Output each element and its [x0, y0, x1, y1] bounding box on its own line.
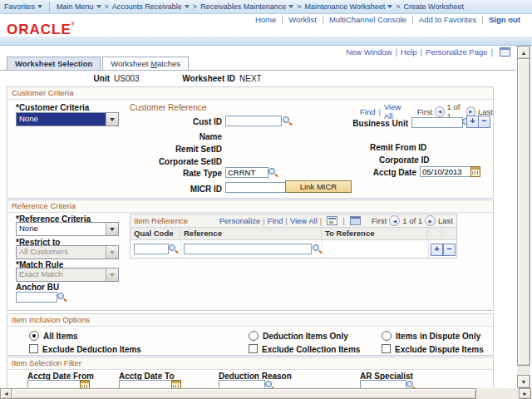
last-label[interactable]: Last — [438, 216, 453, 225]
reference-column: Reference — [180, 228, 322, 239]
grid-remove-row-button[interactable]: − — [443, 244, 456, 256]
anchor-bu-input[interactable] — [16, 292, 57, 303]
dropdown-arrow-icon — [106, 268, 118, 281]
favorites-menu[interactable]: Favorites — [4, 2, 42, 11]
find-link[interactable]: Find — [360, 107, 375, 116]
chevron-down-icon — [387, 5, 392, 8]
rate-type-input[interactable] — [225, 167, 268, 178]
checkbox-exclude-dispute-items[interactable]: Exclude Dispute Items — [382, 344, 484, 354]
grid-add-row-button[interactable]: + — [431, 244, 443, 256]
radio-icon — [249, 331, 259, 341]
divider — [282, 16, 283, 24]
cust-id-input[interactable] — [225, 116, 282, 126]
qual-code-column: Qual Code — [131, 228, 180, 239]
checkbox-icon — [249, 344, 258, 353]
multichannel-console-link[interactable]: MultiChannel Console — [329, 15, 406, 24]
breadcrumb-receivables-maintenance[interactable]: Receivables Maintenance — [200, 2, 293, 11]
checkbox-exclude-collection-items[interactable]: Exclude Collection Items — [249, 344, 360, 354]
link-micr-button[interactable]: Link MICR — [285, 180, 352, 193]
reference-input[interactable] — [184, 244, 312, 254]
anchor-bu-label: Anchor BU — [16, 283, 59, 292]
corporate-id-label: Corporate ID — [379, 155, 430, 165]
scroll-up-button[interactable]: ▲ — [517, 46, 530, 59]
find-link[interactable]: Find — [268, 216, 283, 225]
worklist-link[interactable]: Worklist — [288, 15, 317, 24]
worksheet-id-label: Worksheet ID — [169, 74, 235, 83]
customer-criteria-groupbox: Customer Criteria *Customer Criteria Non… — [7, 86, 494, 199]
divider — [49, 2, 50, 12]
scroll-right-button[interactable]: ► — [519, 388, 531, 399]
match-rule-select[interactable]: Exact Match — [16, 268, 119, 282]
vertical-scroll-thumb[interactable] — [517, 58, 530, 366]
checkbox-exclude-deduction-items[interactable]: Exclude Deduction Items — [29, 344, 141, 354]
breadcrumb-accounts-receivable[interactable]: Accounts Receivable — [112, 2, 190, 11]
reference-criteria-select[interactable]: None — [16, 222, 119, 236]
horizontal-scroll-thumb[interactable] — [11, 388, 476, 399]
previous-row-icon[interactable]: ◀ — [389, 215, 400, 226]
anchor-bu-lookup-icon[interactable] — [57, 292, 67, 303]
remove-row-button[interactable]: − — [478, 116, 490, 128]
breadcrumb-separator: > — [297, 2, 301, 11]
breadcrumb-separator: > — [105, 2, 109, 11]
radio-deduction-items-only[interactable]: Deduction Items Only — [249, 331, 348, 341]
radio-all-items[interactable]: All Items — [29, 331, 78, 341]
view-all-link[interactable]: View All — [290, 216, 318, 225]
item-reference-toolbar: Personalize | Find | View All | | First … — [219, 215, 453, 226]
horizontal-scrollbar[interactable]: ◄ ► — [0, 388, 532, 399]
home-link[interactable]: Home — [255, 15, 276, 24]
personalize-page-link[interactable]: Personalize Page — [426, 47, 487, 57]
oracle-logo: ORACLE® — [7, 22, 75, 38]
header-band — [0, 37, 532, 46]
zoom-grid-icon[interactable] — [350, 216, 361, 225]
radio-icon — [29, 331, 39, 341]
tab-worksheet-selection[interactable]: Worksheet Selection — [7, 57, 101, 70]
next-row-icon[interactable]: ▶ — [425, 215, 436, 226]
first-label[interactable]: First — [417, 107, 432, 116]
item-reference-grid: Item Reference Personalize | Find | View… — [130, 214, 457, 259]
radio-items-in-dispute-only[interactable]: Items in Dispute Only — [382, 331, 480, 341]
add-to-favorites-link[interactable]: Add to Favorites — [419, 15, 476, 24]
tab-worksheet-matches[interactable]: Worksheet Matches — [102, 57, 189, 70]
rate-type-label: Rate Type — [139, 169, 222, 178]
sign-out-link[interactable]: Sign out — [489, 15, 520, 24]
qual-code-input[interactable] — [134, 244, 169, 254]
business-unit-label: Business Unit — [325, 119, 408, 128]
copy-url-icon[interactable] — [500, 47, 510, 57]
vertical-scrollbar[interactable]: ▲ ▼ — [517, 46, 530, 388]
acctg-date-calendar-icon[interactable] — [470, 166, 480, 177]
acctg-date-input[interactable] — [420, 166, 471, 177]
remit-from-id-label: Remit From ID — [370, 143, 426, 152]
chevron-down-icon — [37, 5, 42, 8]
business-unit-input[interactable] — [411, 117, 463, 128]
breadcrumb-main-menu[interactable]: Main Menu — [57, 2, 101, 11]
scroll-down-button[interactable]: ▼ — [517, 375, 530, 388]
customer-reference-title: Customer Reference — [130, 103, 206, 112]
reference-criteria-title: Reference Criteria — [7, 200, 493, 213]
micr-id-input[interactable] — [225, 182, 287, 193]
dropdown-arrow-icon — [106, 246, 118, 259]
first-label[interactable]: First — [372, 216, 387, 225]
remit-setid-label: Remit SetID — [139, 145, 222, 154]
divider — [323, 16, 323, 24]
new-window-link[interactable]: New Window — [346, 47, 392, 57]
customer-criteria-select[interactable]: None — [16, 112, 119, 126]
view-all-link[interactable]: View All — [384, 102, 407, 121]
help-link[interactable]: Help — [401, 47, 417, 57]
qual-code-lookup-icon[interactable] — [168, 244, 179, 254]
breadcrumb-separator: > — [396, 2, 400, 11]
last-label[interactable]: Last — [478, 107, 493, 116]
cust-id-lookup-icon[interactable] — [282, 116, 293, 126]
add-row-button[interactable]: + — [466, 116, 479, 128]
item-reference-row: + − — [131, 240, 456, 258]
name-label: Name — [139, 132, 222, 141]
acctg-date-label: Acctg Date — [333, 168, 416, 177]
item-reference-column-headers: Qual Code Reference To Reference — [131, 228, 456, 240]
download-to-excel-icon[interactable] — [327, 216, 337, 225]
breadcrumb-maintenance-worksheet[interactable]: Maintenance Worksheet — [304, 2, 392, 11]
personalize-link[interactable]: Personalize — [219, 216, 261, 225]
to-reference-column: To Reference — [322, 228, 428, 239]
previous-row-icon[interactable]: ◀ — [435, 106, 444, 117]
restrict-to-select[interactable]: All Customers — [16, 245, 119, 259]
rate-type-lookup-icon[interactable] — [268, 167, 278, 178]
customer-criteria-title: Customer Criteria — [7, 87, 493, 100]
